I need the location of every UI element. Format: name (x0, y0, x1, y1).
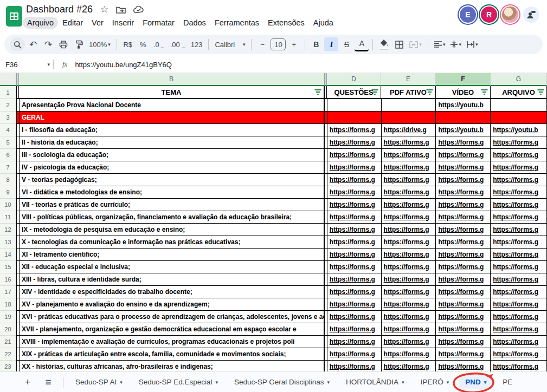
redo-button[interactable]: ↷ (41, 37, 55, 51)
cell-b2[interactable]: Apresentação Prova Nacional Docente (20, 99, 324, 112)
decrease-font-size-button[interactable]: − (255, 37, 269, 51)
cell-b5[interactable]: II - história da educação; (20, 136, 324, 149)
cell-b14[interactable]: XI - letramento científico; (20, 249, 324, 261)
cell-f21[interactable]: https://forms.g (436, 336, 491, 348)
cell-g23[interactable]: https://forms.g (491, 361, 547, 371)
row-number-15[interactable]: 15 (0, 261, 16, 273)
cell-e15[interactable]: https://forms.g (382, 261, 436, 273)
row-number-17[interactable]: 17 (0, 286, 16, 298)
cell-e8[interactable]: https://forms.g (382, 174, 436, 186)
increase-font-size-button[interactable]: + (287, 37, 301, 51)
cell-e12[interactable]: https://forms.g (382, 224, 436, 236)
cell-f13[interactable]: https://forms.g (436, 236, 491, 249)
sheet-tab-caret-icon[interactable]: ▾ (215, 380, 218, 385)
menu-extensões[interactable]: Extensões (263, 17, 309, 29)
font-size-input[interactable]: 10 (271, 38, 286, 50)
cell-e4[interactable]: https://drive.g (382, 124, 436, 136)
menu-ver[interactable]: Ver (87, 17, 108, 29)
row-number-6[interactable]: 6 (0, 149, 16, 161)
cell-e23[interactable]: https://forms.g (382, 361, 436, 371)
menu-dados[interactable]: Dados (179, 17, 210, 29)
cell-e14[interactable]: https://forms.g (382, 249, 436, 261)
cell-g20[interactable]: https://forms.g (491, 323, 547, 336)
header-cell-g[interactable]: ARQUIVO (491, 86, 547, 99)
header-cell-b[interactable]: TEMA (19, 86, 324, 99)
cell-b19[interactable]: XVI - práticas educativas para o process… (20, 311, 324, 323)
cell-b11[interactable]: VIII - políticas públicas, organização, … (20, 211, 324, 224)
cell-d4[interactable]: https://forms.g (327, 124, 382, 136)
cell-d7[interactable]: https://forms.g (327, 161, 382, 174)
row-number-10[interactable]: 10 (0, 199, 16, 211)
cell-b3[interactable]: GERAL (20, 112, 324, 124)
cell-f17[interactable]: https://forms.g (436, 286, 491, 298)
row-number-1[interactable]: 1 (0, 86, 16, 99)
document-title[interactable]: Dashboard #26 (26, 4, 93, 15)
cell-d18[interactable]: https://forms.g (327, 298, 382, 311)
column-letter-g[interactable]: G (491, 73, 547, 86)
cell-e5[interactable]: https://forms.g (382, 136, 436, 149)
cell-g14[interactable]: https://forms.g (491, 249, 547, 261)
cell-f18[interactable]: https://forms.g (436, 298, 491, 311)
sheet-tab-caret-icon[interactable]: ▾ (484, 380, 487, 385)
cell-g16[interactable]: https://forms.g (491, 273, 547, 286)
cell-f16[interactable]: https://forms.g (436, 273, 491, 286)
select-all-corner[interactable] (0, 73, 16, 86)
cell-b23[interactable]: XX - histórias, culturas africanas, afro… (20, 361, 324, 371)
cell-b13[interactable]: X - tecnologias da comunicação e informa… (20, 236, 324, 249)
cell-b22[interactable]: XIX - práticas de articulação entre esco… (20, 348, 324, 361)
column-letter-f[interactable]: F (436, 73, 491, 86)
sheets-logo-icon[interactable] (6, 6, 22, 27)
cell-g6[interactable]: https://forms.g (491, 149, 547, 161)
text-wrap-button[interactable]: ▾ (465, 37, 480, 51)
cell-d12[interactable]: https://forms.g (327, 224, 382, 236)
column-letter-e[interactable]: E (381, 73, 436, 86)
cell-e13[interactable]: https://forms.g (382, 236, 436, 249)
borders-button[interactable] (392, 37, 406, 51)
formula-input[interactable]: https://youtu.be/ungZ41gBY6Q (75, 61, 172, 69)
cell-d17[interactable]: https://forms.g (327, 286, 382, 298)
cell-g19[interactable]: https://forms.g (491, 311, 547, 323)
cell-f5[interactable]: https://forms.g (436, 136, 491, 149)
cell-g7[interactable]: https://forms.g (491, 161, 547, 174)
paint-format-button[interactable] (72, 37, 86, 51)
cell-b6[interactable]: III - sociologia da educação; (20, 149, 324, 161)
cell-d3[interactable] (327, 112, 382, 124)
menu-formatar[interactable]: Formatar (138, 17, 179, 29)
cell-e11[interactable]: https://forms.g (382, 211, 436, 224)
cell-d15[interactable]: https://forms.g (327, 261, 382, 273)
cell-d14[interactable]: https://forms.g (327, 249, 382, 261)
cell-d22[interactable]: https://forms.g (327, 348, 382, 361)
cell-b10[interactable]: VII - teorias e práticas de currículo; (20, 199, 324, 211)
column-letter-b[interactable]: B (19, 73, 324, 86)
sheet-tab-caret-icon[interactable]: ▾ (447, 380, 449, 385)
star-icon[interactable]: ☆ (100, 5, 108, 14)
sheet-tab-pe[interactable]: PE (496, 375, 519, 389)
row-number-16[interactable]: 16 (0, 273, 16, 286)
avatar-r[interactable]: R (481, 6, 497, 23)
add-sheet-button[interactable]: + (18, 376, 37, 388)
zoom-select[interactable]: 100%▾ (87, 37, 113, 51)
row-number-5[interactable]: 5 (0, 136, 16, 149)
cloud-saved-icon[interactable] (133, 6, 144, 14)
strikethrough-button[interactable]: S (339, 37, 353, 51)
cell-b12[interactable]: IX - metodologia de pesquisa em educação… (20, 224, 324, 236)
cell-g5[interactable]: https://forms.g (491, 136, 547, 149)
cell-g21[interactable]: https://forms.g (491, 336, 547, 348)
cell-f22[interactable]: https://forms.g (436, 348, 491, 361)
cell-d20[interactable]: https://forms.g (327, 323, 382, 336)
cell-f9[interactable]: https://forms.g (436, 186, 491, 199)
fill-color-button[interactable] (377, 37, 391, 51)
sheet-tab-iper-[interactable]: IPERÓ▾ (414, 375, 456, 389)
cell-f12[interactable]: https://forms.g (436, 224, 491, 236)
print-button[interactable] (56, 37, 70, 51)
horizontal-align-button[interactable]: ▾ (432, 37, 448, 51)
cell-f6[interactable]: https://forms.g (436, 149, 491, 161)
cell-e3[interactable] (382, 112, 436, 124)
cell-f23[interactable]: https://forms.g (436, 361, 491, 371)
cell-b21[interactable]: XVIII - implementação e avaliação de cur… (20, 336, 324, 348)
cell-e22[interactable]: https://forms.g (382, 348, 436, 361)
header-cell-d[interactable]: QUESTÕES (327, 86, 381, 99)
bold-button[interactable]: B (309, 37, 323, 51)
cell-d16[interactable]: https://forms.g (327, 273, 382, 286)
sheet-tab-caret-icon[interactable]: ▾ (402, 380, 404, 385)
